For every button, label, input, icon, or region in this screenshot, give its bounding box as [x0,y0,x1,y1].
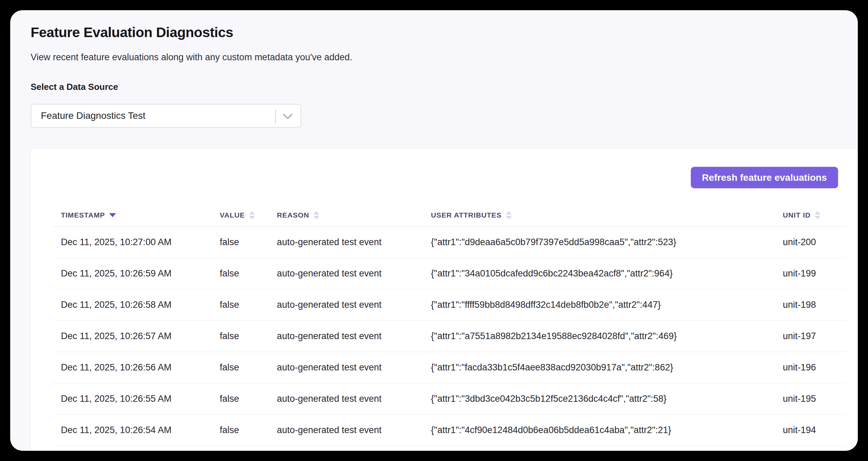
chevron-down-icon [282,112,293,121]
evaluations-panel: Refresh feature evaluations TIMESTAMP VA… [30,148,858,451]
cell-user-attributes: {"attr1":"d1c4230f61d186cecd5560123ef29f… [422,446,774,451]
cell-unit-id: unit-199 [774,258,847,289]
cell-reason: auto-generated test event [268,352,422,383]
cell-user-attributes: {"attr1":"34a0105dcafedd9c6bc2243bea42ac… [422,258,774,289]
cell-unit-id: unit-198 [774,289,847,320]
column-header-unit_id[interactable]: UNIT ID [774,204,847,226]
sort-desc-icon [109,213,116,217]
column-header-reason[interactable]: REASON [268,204,422,226]
sort-unsorted-icon [249,211,255,219]
cell-user-attributes: {"attr1":"a7551a8982b2134e19588ec9284028… [422,320,774,352]
page-subtitle: View recent feature evaluations along wi… [31,52,838,63]
cell-user-attributes: {"attr1":"4cf90e12484d0b6ea06b5ddea61c4a… [422,414,774,446]
data-source-label: Select a Data Source [31,82,838,92]
column-label: USER ATTRIBUTES [431,211,501,219]
cell-timestamp: Dec 11, 2025, 10:26:54 AM [52,414,211,446]
table-row: Dec 11, 2025, 10:27:00 AM false auto-gen… [52,226,847,258]
column-header-timestamp[interactable]: TIMESTAMP [52,204,211,226]
cell-value: false [211,414,268,446]
cell-reason: auto-generated test event [268,320,422,352]
cell-reason: auto-generated test event [268,414,422,446]
table-row: Dec 11, 2025, 10:26:53 AM false auto-gen… [52,446,847,451]
column-label: UNIT ID [783,211,811,219]
column-label: VALUE [220,211,245,219]
cell-unit-id: unit-194 [774,414,847,446]
cell-reason: auto-generated test event [268,289,422,320]
cell-unit-id: unit-200 [774,226,847,258]
cell-unit-id: unit-193 [774,446,847,451]
cell-value: false [211,446,268,451]
cell-timestamp: Dec 11, 2025, 10:26:53 AM [52,446,211,451]
table-row: Dec 11, 2025, 10:26:58 AM false auto-gen… [52,289,847,320]
data-source-select[interactable]: Feature Diagnostics Test [31,104,301,128]
page-title: Feature Evaluation Diagnostics [31,25,838,41]
cell-reason: auto-generated test event [268,258,422,289]
table-header-row: TIMESTAMP VALUE REASON USER ATTRIBUTES U… [52,204,847,226]
cell-timestamp: Dec 11, 2025, 10:27:00 AM [52,226,211,258]
table-body: Dec 11, 2025, 10:27:00 AM false auto-gen… [52,226,847,451]
cell-value: false [211,352,268,383]
table-row: Dec 11, 2025, 10:26:55 AM false auto-gen… [52,383,847,414]
column-header-user_attributes[interactable]: USER ATTRIBUTES [422,204,774,226]
cell-value: false [211,226,268,258]
evaluations-table: TIMESTAMP VALUE REASON USER ATTRIBUTES U… [52,204,847,451]
cell-timestamp: Dec 11, 2025, 10:26:57 AM [52,320,211,352]
cell-timestamp: Dec 11, 2025, 10:26:58 AM [52,289,211,320]
panel-toolbar: Refresh feature evaluations [52,167,847,188]
table-row: Dec 11, 2025, 10:26:56 AM false auto-gen… [52,352,847,383]
cell-timestamp: Dec 11, 2025, 10:26:56 AM [52,352,211,383]
cell-timestamp: Dec 11, 2025, 10:26:59 AM [52,258,211,289]
column-header-value[interactable]: VALUE [211,204,268,226]
cell-unit-id: unit-196 [774,352,847,383]
sort-unsorted-icon [815,211,821,219]
cell-unit-id: unit-195 [774,383,847,414]
cell-user-attributes: {"attr1":"3dbd3ce042b3c5b12f5ce2136dc4c4… [422,383,774,414]
cell-user-attributes: {"attr1":"ffff59bb8d8498dff32c14deb8fb0b… [422,289,774,320]
data-source-selected-value: Feature Diagnostics Test [31,110,301,121]
cell-user-attributes: {"attr1":"d9deaa6a5c0b79f7397e5dd5a998ca… [422,226,774,258]
cell-reason: auto-generated test event [268,226,422,258]
cell-value: false [211,383,268,414]
cell-reason: auto-generated test event [268,383,422,414]
cell-user-attributes: {"attr1":"facda33b1c5f4aee838acd92030b91… [422,352,774,383]
page-card: Feature Evaluation Diagnostics View rece… [10,10,858,451]
cell-timestamp: Dec 11, 2025, 10:26:55 AM [52,383,211,414]
sort-unsorted-icon [313,211,319,219]
cell-value: false [211,289,268,320]
column-label: TIMESTAMP [61,211,105,219]
table-row: Dec 11, 2025, 10:26:59 AM false auto-gen… [52,258,847,289]
cell-reason: auto-generated test event [268,446,422,451]
cell-value: false [211,258,268,289]
cell-value: false [211,320,268,352]
refresh-feature-evaluations-button[interactable]: Refresh feature evaluations [691,167,838,188]
table-row: Dec 11, 2025, 10:26:54 AM false auto-gen… [52,414,847,446]
sort-unsorted-icon [506,211,512,219]
table-row: Dec 11, 2025, 10:26:57 AM false auto-gen… [52,320,847,352]
select-divider [275,109,276,124]
column-label: REASON [277,211,309,219]
cell-unit-id: unit-197 [774,320,847,352]
